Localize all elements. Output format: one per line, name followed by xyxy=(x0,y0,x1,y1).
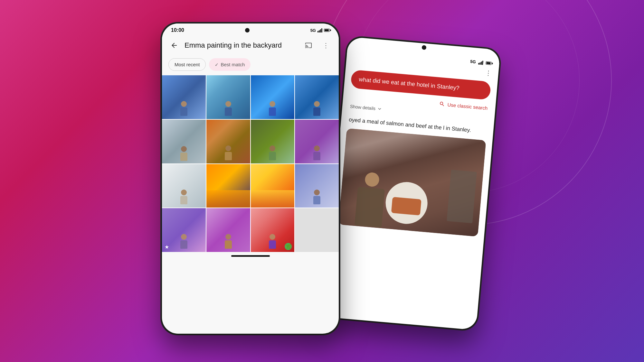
photo-cell-7[interactable] xyxy=(251,120,295,163)
head-14 xyxy=(270,234,275,240)
photo-content-11 xyxy=(251,164,295,208)
more-button-right[interactable]: ⋮ xyxy=(485,69,492,78)
photo-cell-star[interactable]: ★ xyxy=(162,208,206,252)
photo-cell-13[interactable] xyxy=(206,208,250,252)
figure-8 xyxy=(313,145,320,160)
battery-fill-right xyxy=(486,62,490,64)
photo-cell-2[interactable] xyxy=(206,75,250,119)
head-1 xyxy=(181,101,187,107)
photo-content-5 xyxy=(162,120,206,163)
search-title: Emma painting in the backyard xyxy=(185,41,298,50)
bar-r4 xyxy=(482,60,483,65)
figure-14 xyxy=(269,234,276,249)
photo-cell-16[interactable] xyxy=(295,208,339,252)
best-match-chip[interactable]: ✓ Best match xyxy=(209,58,251,71)
most-recent-label: Most recent xyxy=(175,62,200,67)
figure-7 xyxy=(269,145,276,160)
phone-left-inner: 10:00 5G xyxy=(162,23,339,334)
figure-12 xyxy=(313,190,320,204)
photo-cell-8[interactable] xyxy=(295,120,339,163)
best-match-label: Best match xyxy=(221,62,245,67)
svg-text:🌿: 🌿 xyxy=(286,244,291,249)
body-7 xyxy=(269,152,276,160)
body-13 xyxy=(225,240,232,249)
figure-3 xyxy=(269,101,276,116)
body-star xyxy=(180,240,187,249)
paint-splash-11 xyxy=(251,190,295,208)
maps-badge: 🌿 xyxy=(285,243,292,250)
more-button-left[interactable]: ⋮ xyxy=(319,39,332,52)
status-bar-left: 10:00 5G xyxy=(162,23,339,36)
phones-container: 10:00 5G xyxy=(145,10,499,351)
check-icon: ✓ xyxy=(215,62,219,67)
head-star xyxy=(181,234,187,240)
photo-content-13 xyxy=(206,208,250,252)
figure-5 xyxy=(180,146,187,161)
cast-button[interactable] xyxy=(302,39,315,52)
back-button[interactable] xyxy=(168,40,180,51)
head-6 xyxy=(225,145,231,151)
bar-r1 xyxy=(478,63,479,64)
more-dots-icon-right: ⋮ xyxy=(485,70,492,77)
classic-search-label: Use classic search xyxy=(447,102,488,111)
search-icon-red xyxy=(439,101,445,107)
figure-9 xyxy=(180,190,187,204)
food-photo xyxy=(338,128,486,237)
body-8 xyxy=(313,152,320,160)
photo-cell-10[interactable] xyxy=(206,164,250,208)
camera-notch-right xyxy=(421,45,426,50)
body-3 xyxy=(269,107,276,116)
head-12 xyxy=(314,190,320,195)
photo-cell-11[interactable] xyxy=(251,164,295,208)
figure-4 xyxy=(313,101,320,116)
signal-bars-right xyxy=(478,60,483,65)
bg-person xyxy=(447,170,477,223)
photo-cell-3[interactable] xyxy=(251,75,295,119)
person-head xyxy=(365,172,380,187)
photo-cell-4[interactable] xyxy=(295,75,339,119)
photo-content-6 xyxy=(206,120,250,163)
head-13 xyxy=(225,234,231,240)
figure-1 xyxy=(180,101,187,116)
head-8 xyxy=(314,145,320,151)
paint-splash-10 xyxy=(206,190,250,208)
head-2 xyxy=(225,101,231,107)
photo-content-2 xyxy=(206,75,250,119)
photo-content-8 xyxy=(295,120,339,163)
person-body xyxy=(355,187,385,227)
body-6 xyxy=(225,152,232,160)
app-bar-left: Emma painting in the backyard ⋮ xyxy=(162,36,339,56)
body-14 xyxy=(269,240,276,249)
most-recent-chip[interactable]: Most recent xyxy=(168,58,206,71)
photo-cell-12[interactable] xyxy=(295,164,339,208)
photo-cell-14[interactable]: 🌿 xyxy=(251,208,295,252)
star-badge: ★ xyxy=(165,244,169,250)
photo-cell-6[interactable] xyxy=(206,120,250,163)
photo-cell-9[interactable] xyxy=(162,164,206,208)
photo-cell-1[interactable] xyxy=(162,75,206,119)
more-dots-icon-left: ⋮ xyxy=(323,42,329,49)
head-5 xyxy=(181,146,187,152)
bar-3 xyxy=(320,29,321,32)
photo-content-10 xyxy=(206,164,250,208)
phone-right-inner: 5G ⋮ what did we eat at the h xyxy=(324,37,500,330)
photo-content-7 xyxy=(251,120,295,163)
bar-4 xyxy=(321,28,322,32)
query-text: what did we eat at the hotel in Stanley? xyxy=(359,76,460,91)
home-indicator-left xyxy=(231,255,270,257)
photo-content-16 xyxy=(295,208,339,252)
body-1 xyxy=(180,107,187,116)
body-12 xyxy=(313,196,320,204)
battery-fill-left xyxy=(325,29,329,31)
photo-cell-5[interactable] xyxy=(162,120,206,163)
photo-content-3 xyxy=(251,75,295,119)
figure-2 xyxy=(225,101,232,116)
head-4 xyxy=(314,101,320,107)
bottom-indicator-left xyxy=(162,252,339,260)
food-on-plate xyxy=(391,197,421,216)
cast-icon xyxy=(305,42,312,49)
photo-content-4 xyxy=(295,75,339,119)
maps-icon: 🌿 xyxy=(285,243,292,250)
status-icons-left: 5G xyxy=(310,28,330,33)
network-indicator-right: 5G xyxy=(470,59,476,64)
